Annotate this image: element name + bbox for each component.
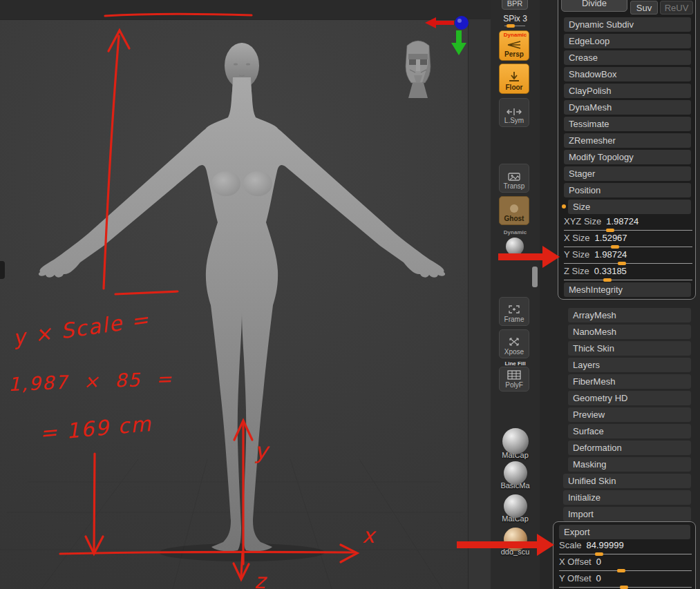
slider-handle[interactable] (603, 278, 612, 282)
subpalette-unified-skin[interactable]: Unified Skin (563, 474, 691, 488)
gizmo-ball-blue[interactable] (455, 16, 469, 30)
subpalette-initialize[interactable]: Initialize (563, 490, 691, 505)
size-section-dot (562, 204, 566, 209)
slider-track[interactable] (564, 263, 692, 264)
suv-button[interactable]: Suv (630, 1, 658, 15)
transparency-icon (508, 173, 520, 181)
spix-value: 3 (522, 14, 527, 23)
slider-handle[interactable] (606, 229, 614, 232)
export-subpalette: Export Scale84.99999 X Offset0 Y Offset0 (553, 521, 696, 589)
canvas-top-bar (0, 0, 491, 19)
slider-y-size[interactable]: Y Size1.98724 (564, 249, 692, 264)
slider-export-x-offset[interactable]: X Offset0 (559, 557, 692, 572)
subpalette-layers[interactable]: Layers (568, 358, 691, 372)
frame-button[interactable]: Frame (499, 297, 529, 326)
ghost-sphere-icon (509, 204, 520, 213)
slider-track[interactable] (564, 280, 692, 280)
line-fill-banner: Line Fill (491, 360, 540, 367)
tool-button-position[interactable]: Position (564, 183, 691, 197)
slider-handle[interactable] (617, 569, 625, 572)
matcap-sphere-icon (504, 494, 527, 518)
solo-sphere-button[interactable] (506, 238, 524, 255)
slider-xyz-size[interactable]: XYZ Size1.98724 (564, 216, 692, 231)
matcap-sphere-icon (502, 428, 529, 454)
reuv-button[interactable]: ReUV (660, 1, 693, 15)
slider-handle[interactable] (595, 552, 603, 556)
subpalette-preview[interactable]: Preview (568, 407, 691, 422)
tool-button-modify-topology[interactable]: Modify Topology (564, 150, 691, 164)
polyframe-button[interactable]: PolyF (499, 367, 529, 392)
subpalette-geometry-hd[interactable]: Geometry HD (568, 391, 691, 405)
polyframe-grid-icon (507, 370, 521, 380)
material-slot-2[interactable]: BasicMa (491, 461, 540, 490)
slider-track[interactable] (559, 570, 692, 571)
divide-button[interactable]: Divide (561, 0, 627, 12)
tool-button-crease[interactable]: Crease (564, 50, 691, 65)
subpalette-nanomesh[interactable]: NanoMesh (568, 325, 691, 339)
material-slot-4[interactable]: ddd_scu (491, 528, 540, 556)
palette-scroll-handle[interactable] (532, 267, 538, 287)
slider-track[interactable] (564, 230, 692, 231)
canvas-edge-handle[interactable] (0, 261, 5, 279)
tool-button-claypolish[interactable]: ClayPolish (564, 84, 691, 98)
tool-button-zremesher[interactable]: ZRemesher (564, 133, 691, 148)
spix-label: SPix (503, 14, 520, 23)
dynamic-solo-banner: Dynamic (491, 229, 540, 235)
tool-button-size[interactable]: Size (568, 200, 691, 214)
basic-material-sphere-icon (504, 461, 527, 485)
local-symmetry-button[interactable]: L.Sym (499, 98, 529, 127)
subpalette-arraymesh[interactable]: ArrayMesh (568, 308, 691, 322)
bpr-button[interactable]: BPR (502, 0, 528, 10)
slider-track[interactable] (564, 247, 692, 247)
material-slot-1[interactable]: MatCap (491, 428, 540, 459)
xpose-expand-icon (508, 337, 520, 347)
tool-button-stager[interactable]: Stager (564, 166, 691, 181)
subpalette-fibermesh[interactable]: FiberMesh (568, 374, 691, 389)
slider-track[interactable] (559, 587, 692, 588)
floor-grid-icon (508, 72, 520, 82)
slider-handle[interactable] (620, 586, 628, 589)
ghost-button[interactable]: Ghost (499, 196, 529, 225)
zbrush-app: BPR SPix 3 Dynamic Persp Floor L.Sym Tra… (0, 0, 700, 589)
floor-button[interactable]: Floor (499, 64, 529, 94)
symmetry-arrows-icon (507, 108, 522, 115)
material-slot-3[interactable]: MatCap (491, 494, 540, 523)
slider-export-y-offset[interactable]: Y Offset0 (559, 573, 692, 588)
slider-track[interactable] (559, 554, 692, 554)
canvas-right-gutter (468, 19, 491, 589)
dynamic-persp-banner: Dynamic (491, 32, 540, 38)
viewport-canvas[interactable] (0, 19, 468, 589)
tool-button-shadowbox[interactable]: ShadowBox (564, 67, 691, 81)
transparency-button[interactable]: Transp (499, 164, 529, 193)
subpalette-deformation[interactable]: Deformation (568, 441, 691, 455)
skin-material-sphere-icon (504, 528, 527, 551)
perspective-icon (507, 41, 521, 49)
slider-handle[interactable] (618, 262, 626, 265)
subpalette-masking[interactable]: Masking (568, 457, 691, 472)
spix-handle[interactable] (507, 24, 515, 28)
subpalette-thick-skin[interactable]: Thick Skin (568, 341, 691, 356)
tool-button-edgeloop[interactable]: EdgeLoop (564, 34, 691, 48)
spix-slider[interactable]: SPix 3 (491, 14, 540, 23)
slider-x-size[interactable]: X Size1.52967 (564, 233, 692, 248)
tool-button-meshintegrity[interactable]: MeshIntegrity (564, 282, 691, 297)
slider-handle[interactable] (611, 245, 619, 249)
tool-button-tessimate[interactable]: Tessimate (564, 117, 691, 131)
subpalette-surface[interactable]: Surface (568, 424, 691, 438)
tool-button-dynamic-subdiv[interactable]: Dynamic Subdiv (564, 17, 691, 32)
tool-button-dynamesh[interactable]: DynaMesh (564, 100, 691, 115)
frame-icon (508, 305, 520, 314)
xpose-button[interactable]: Xpose (499, 329, 529, 358)
subpalette-export[interactable]: Export (559, 525, 690, 539)
spix-track[interactable] (504, 26, 525, 26)
slider-export-scale[interactable]: Scale84.99999 (559, 540, 692, 555)
geometry-subpalette: Divide Suv ReUV Dynamic Subdiv EdgeLoop … (558, 0, 696, 300)
subpalette-import[interactable]: Import (563, 507, 691, 521)
slider-z-size[interactable]: Z Size0.33185 (564, 266, 692, 281)
